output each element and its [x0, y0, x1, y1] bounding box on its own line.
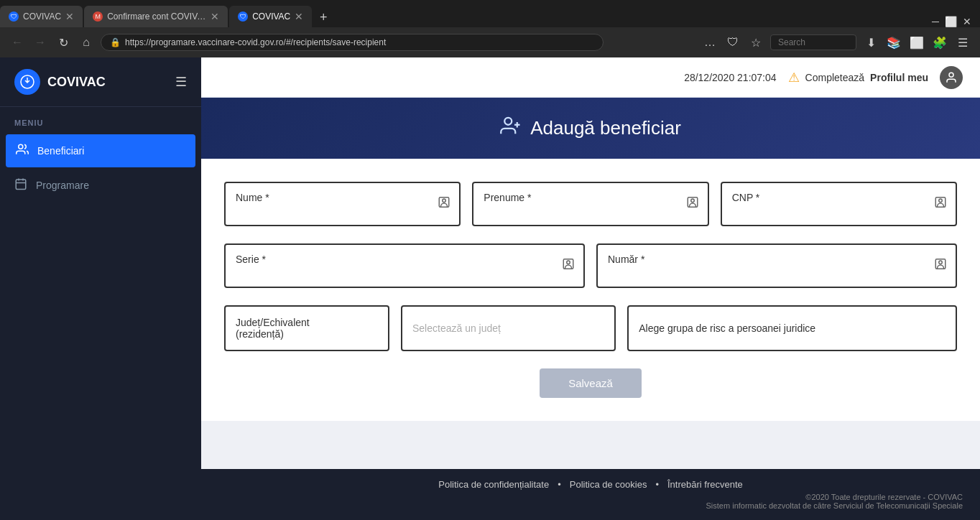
field-nume-input[interactable] — [236, 204, 430, 215]
field-judet-select[interactable]: Selectează un județ — [401, 305, 616, 351]
field-numar[interactable]: Număr * — [596, 243, 957, 288]
forward-button[interactable]: → — [32, 36, 49, 49]
sidebar-item-label-beneficiari: Beneficiari — [37, 145, 84, 157]
field-numar-input[interactable] — [608, 266, 927, 277]
tab-covivac-3[interactable]: 🛡 COVIVAC ✕ — [229, 6, 312, 27]
profile-warning: ⚠ Completează Profilul meu — [788, 70, 928, 85]
footer-system-info: Sistem informatic dezvoltat de către Ser… — [706, 501, 963, 510]
person-icon-nume — [438, 196, 450, 213]
menu-label: MENIU — [0, 107, 201, 133]
field-cnp-label: CNP * — [732, 192, 927, 203]
field-grupa-risc[interactable]: Alege grupa de risc a persoanei juridice — [627, 305, 957, 351]
close-button[interactable]: ✕ — [963, 16, 971, 27]
tab-bar: 🛡 COVIVAC ✕ M Confirmare cont COVIVAC - … — [0, 0, 980, 27]
tab-favicon-1: 🛡 — [9, 11, 19, 22]
menu-button[interactable]: ☰ — [954, 36, 971, 50]
field-nume[interactable]: Nume * — [224, 182, 461, 226]
svg-rect-2 — [16, 180, 26, 190]
field-judet-placeholder: Selectează un județ — [412, 322, 501, 334]
footer-link-cookies[interactable]: Politica de cookies — [570, 479, 647, 490]
tab-gmail[interactable]: M Confirmare cont COVIVAC - cl... ✕ — [84, 6, 228, 27]
tab-favicon-2: M — [93, 11, 103, 22]
field-prenume-label: Prenume * — [484, 192, 678, 203]
field-serie-label: Serie * — [236, 254, 555, 265]
tab-label-1: COVIVAC — [23, 11, 61, 22]
tab-close-1[interactable]: ✕ — [65, 11, 74, 22]
browser-chrome: 🛡 COVIVAC ✕ M Confirmare cont COVIVAC - … — [0, 0, 980, 57]
sidebar-item-programare[interactable]: Programare — [0, 169, 201, 202]
field-grupa-risc-label: Alege grupa de risc a persoanei juridice — [639, 322, 815, 334]
svg-point-11 — [443, 199, 446, 203]
home-button[interactable]: ⌂ — [78, 36, 95, 49]
field-nume-label: Nume * — [236, 192, 430, 203]
page-header: Adaugă beneficiar — [201, 98, 980, 159]
field-cnp[interactable]: CNP * — [721, 182, 957, 226]
footer-link-privacy[interactable]: Politica de confidențialitate — [438, 479, 549, 490]
download-button[interactable]: ⬇ — [862, 36, 879, 50]
profile-link[interactable]: Profilul meu — [870, 72, 928, 83]
field-numar-label: Număr * — [608, 254, 927, 265]
person-icon-serie — [562, 258, 575, 274]
svg-point-17 — [567, 261, 570, 264]
field-serie-input[interactable] — [236, 266, 555, 277]
svg-point-13 — [690, 199, 694, 203]
shield-icon[interactable]: 🛡 — [724, 36, 741, 49]
minimize-button[interactable]: ─ — [932, 16, 939, 27]
sidebar-header: COVIVAC ☰ — [0, 57, 201, 107]
svg-point-1 — [19, 144, 23, 149]
tab-favicon-3: 🛡 — [238, 11, 248, 22]
tab-close-2[interactable]: ✕ — [211, 11, 219, 22]
hamburger-menu[interactable]: ☰ — [175, 74, 187, 90]
user-avatar-button[interactable] — [940, 66, 963, 89]
footer-copyright: ©2020 Toate drepturile rezervate - COVIV… — [218, 493, 963, 510]
url-bar[interactable]: 🔒 https://programare.vaccinare-covid.gov… — [101, 34, 604, 51]
form-row-2: Serie * Număr * — [224, 243, 957, 288]
footer-link-faq[interactable]: Întrebări frecvente — [667, 479, 743, 490]
bookmark-button[interactable]: ☆ — [747, 36, 764, 50]
browser-actions: … 🛡 ☆ ⬇ 📚 ⬜ 🧩 ☰ — [701, 34, 971, 50]
refresh-button[interactable]: ↻ — [55, 36, 72, 50]
top-bar: 28/12/2020 21:07:04 ⚠ Completează Profil… — [201, 57, 980, 98]
search-input[interactable] — [770, 34, 856, 50]
sidebar-item-label-programare: Programare — [36, 180, 89, 191]
logo-text: COVIVAC — [47, 75, 106, 90]
extensions-button[interactable]: 🧩 — [931, 36, 948, 50]
form-row-1: Nume * Prenume * — [224, 182, 957, 226]
warning-icon: ⚠ — [788, 70, 800, 85]
field-prenume[interactable]: Prenume * — [472, 182, 708, 226]
library-button[interactable]: 📚 — [885, 36, 902, 50]
person-icon-numar — [934, 258, 947, 274]
logo-icon — [14, 69, 40, 95]
field-judet-label-box: Județ/Echivalent (rezidență) — [224, 305, 389, 351]
footer: Politica de confidențialitate • Politica… — [201, 469, 980, 520]
sidebar-toggle[interactable]: ⬜ — [908, 36, 925, 50]
svg-point-15 — [939, 199, 943, 203]
form-row-3: Județ/Echivalent (rezidență) Selectează … — [224, 305, 957, 351]
tab-close-3[interactable]: ✕ — [295, 11, 303, 22]
tab-label-3: COVIVAC — [252, 11, 290, 22]
warning-text: Completează — [805, 72, 865, 83]
back-button[interactable]: ← — [9, 36, 26, 49]
programare-icon — [14, 177, 27, 193]
footer-links: Politica de confidențialitate • Politica… — [438, 479, 743, 490]
tab-covivac-1[interactable]: 🛡 COVIVAC ✕ — [0, 6, 83, 27]
person-icon-prenume — [686, 196, 699, 213]
footer-copyright-text: ©2020 Toate drepturile rezervate - COVIV… — [706, 493, 963, 501]
field-prenume-input[interactable] — [484, 204, 678, 215]
save-button[interactable]: Salvează — [540, 368, 642, 398]
svg-point-6 — [949, 73, 953, 77]
field-serie[interactable]: Serie * — [224, 243, 585, 288]
field-cnp-input[interactable] — [732, 204, 927, 215]
sidebar-item-beneficiari[interactable]: Beneficiari — [6, 134, 195, 167]
address-bar: ← → ↻ ⌂ 🔒 https://programare.vaccinare-c… — [0, 27, 980, 57]
svg-point-19 — [939, 261, 943, 264]
lock-icon: 🔒 — [110, 37, 121, 47]
more-options-button[interactable]: … — [701, 36, 718, 49]
datetime: 28/12/2020 21:07:04 — [684, 72, 776, 83]
tab-label-2: Confirmare cont COVIVAC - cl... — [107, 11, 206, 22]
form-actions: Salvează — [224, 368, 957, 398]
maximize-button[interactable]: ⬜ — [945, 16, 957, 27]
form-container: Nume * Prenume * — [201, 159, 980, 421]
window-controls: ─ ⬜ ✕ — [932, 16, 980, 27]
new-tab-button[interactable]: + — [313, 7, 333, 27]
